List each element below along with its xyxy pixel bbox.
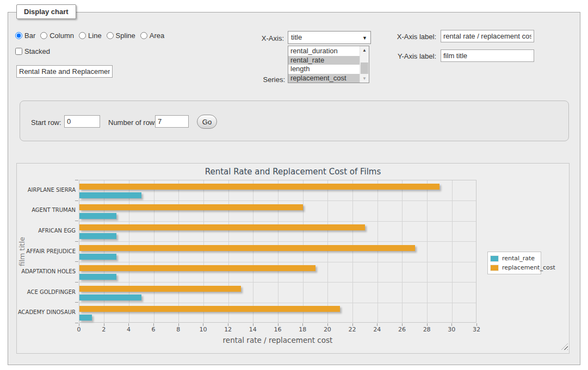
x-axis-label-input[interactable] bbox=[441, 30, 534, 42]
legend-swatch-replacement_cost bbox=[490, 265, 499, 271]
go-button[interactable]: Go bbox=[197, 115, 217, 129]
legend-entry-replacement_cost: replacement_cost bbox=[490, 263, 539, 272]
bar-replacement_cost bbox=[79, 245, 415, 251]
bar-replacement_cost bbox=[79, 184, 440, 190]
stacked-option[interactable]: Stacked bbox=[15, 47, 50, 55]
vertical-gridline bbox=[402, 180, 403, 322]
horizontal-gridline bbox=[79, 282, 476, 283]
x-tick-label: 4 bbox=[120, 326, 137, 333]
x-tick-label: 30 bbox=[443, 326, 460, 333]
bar-rental_rate bbox=[79, 274, 116, 280]
bar-rental_rate bbox=[79, 294, 141, 300]
bar-rental_rate bbox=[79, 233, 116, 239]
resize-grip-icon[interactable] bbox=[561, 343, 568, 350]
horizontal-gridline bbox=[79, 221, 476, 222]
y-tick-mark bbox=[75, 261, 78, 262]
rows-panel bbox=[20, 101, 569, 141]
vertical-gridline bbox=[203, 180, 204, 322]
chart-type-radio-spline[interactable] bbox=[107, 32, 114, 39]
series-option-rental_rate[interactable]: rental_rate bbox=[288, 56, 360, 65]
start-row-label: Start row: bbox=[31, 118, 61, 127]
y-tick-mark bbox=[75, 302, 78, 303]
chart-type-radio-area[interactable] bbox=[140, 32, 147, 39]
series-scrollbar[interactable]: ▲ ▼ bbox=[360, 46, 369, 83]
stacked-checkbox[interactable] bbox=[15, 48, 22, 55]
chart-type-option-line[interactable]: Line bbox=[79, 32, 102, 40]
x-tick-label: 2 bbox=[96, 326, 112, 333]
x-tick-label: 0 bbox=[71, 326, 87, 333]
x-tick-label: 6 bbox=[145, 326, 162, 333]
chart-type-radio-label: Line bbox=[88, 32, 102, 40]
panel-legend: Display chart bbox=[16, 4, 76, 19]
x-tick-label: 8 bbox=[170, 326, 187, 333]
horizontal-gridline bbox=[79, 241, 476, 242]
number-of-rows-label: Number of rows: bbox=[108, 118, 160, 127]
horizontal-gridline bbox=[79, 303, 476, 303]
chart-type-radio-line[interactable] bbox=[79, 32, 86, 39]
y-tick-mark bbox=[75, 180, 78, 180]
x-axis-selected-value: title bbox=[291, 33, 302, 41]
category-label: ADAPTATION HOLES bbox=[17, 268, 76, 274]
x-tick-label: 22 bbox=[344, 326, 361, 333]
start-row-input[interactable] bbox=[64, 115, 100, 128]
vertical-gridline bbox=[377, 180, 378, 322]
series-select-label: Series: bbox=[246, 76, 285, 84]
vertical-gridline bbox=[154, 180, 154, 322]
chart-type-radio-label: Bar bbox=[24, 32, 35, 40]
x-tick-label: 20 bbox=[319, 326, 336, 333]
category-label: AGENT TRUMAN bbox=[17, 207, 76, 213]
chart-type-option-column[interactable]: Column bbox=[40, 32, 74, 40]
legend-label: replacement_cost bbox=[499, 264, 555, 271]
chart-type-radio-label: Area bbox=[150, 32, 164, 40]
chart-type-radio-column[interactable] bbox=[40, 32, 47, 39]
scroll-up-icon[interactable]: ▲ bbox=[360, 46, 369, 54]
bar-replacement_cost bbox=[79, 286, 241, 292]
plot-area bbox=[79, 180, 476, 323]
bar-replacement_cost bbox=[79, 224, 365, 230]
chevron-down-icon: ▼ bbox=[362, 32, 367, 44]
chart-type-radio-bar[interactable] bbox=[15, 32, 22, 39]
category-label: AFFAIR PREJUDICE bbox=[17, 248, 76, 254]
category-label: ACADEMY DINOSAUR bbox=[17, 309, 76, 315]
vertical-gridline bbox=[253, 180, 253, 322]
y-tick-mark bbox=[75, 323, 78, 323]
x-tick-label: 26 bbox=[394, 326, 410, 333]
scrollbar-thumb[interactable] bbox=[361, 62, 368, 74]
series-option-length[interactable]: length bbox=[288, 65, 360, 74]
legend-label: rental_rate bbox=[499, 255, 535, 262]
series-option-rental_duration[interactable]: rental_duration bbox=[288, 47, 360, 56]
bar-replacement_cost bbox=[79, 204, 303, 210]
category-label: AFRICAN EGG bbox=[17, 228, 76, 234]
chart-type-option-spline[interactable]: Spline bbox=[107, 32, 135, 40]
chart-x-axis-title: rental rate / replacement cost bbox=[79, 336, 476, 344]
series-listbox[interactable]: rental_durationrental_ratelengthreplacem… bbox=[288, 46, 369, 83]
chart-type-radio-label: Column bbox=[49, 32, 74, 40]
number-of-rows-input[interactable] bbox=[155, 115, 189, 128]
x-tick-label: 12 bbox=[220, 326, 236, 333]
stacked-label: Stacked bbox=[24, 47, 50, 55]
vertical-gridline bbox=[352, 180, 353, 322]
x-axis-select-label: X-Axis: bbox=[249, 34, 284, 42]
scroll-down-icon[interactable]: ▼ bbox=[360, 74, 369, 83]
x-tick-label: 16 bbox=[270, 326, 286, 333]
vertical-gridline bbox=[452, 180, 453, 322]
chart-title: Rental Rate and Replacement Cost of Film… bbox=[17, 167, 569, 177]
chart-title-input[interactable] bbox=[16, 65, 113, 78]
x-tick-label: 24 bbox=[369, 326, 385, 333]
y-axis-label-input[interactable] bbox=[441, 49, 534, 62]
legend-swatch-rental_rate bbox=[490, 255, 499, 262]
chart-type-option-area[interactable]: Area bbox=[140, 32, 164, 40]
x-axis-select[interactable]: title ▼ bbox=[288, 31, 371, 44]
bar-rental_rate bbox=[79, 315, 92, 321]
vertical-gridline bbox=[228, 180, 229, 322]
chart-container: Rental Rate and Replacement Cost of Film… bbox=[16, 163, 570, 354]
chart-legend: rental_ratereplacement_cost bbox=[487, 252, 541, 274]
chart-type-option-bar[interactable]: Bar bbox=[15, 32, 35, 40]
vertical-gridline bbox=[129, 180, 129, 322]
series-option-replacement_cost[interactable]: replacement_cost bbox=[288, 74, 360, 83]
bar-replacement_cost bbox=[79, 265, 315, 271]
horizontal-gridline bbox=[79, 262, 476, 262]
y-tick-mark bbox=[75, 241, 78, 242]
bar-rental_rate bbox=[79, 213, 116, 219]
y-tick-mark bbox=[75, 282, 78, 283]
